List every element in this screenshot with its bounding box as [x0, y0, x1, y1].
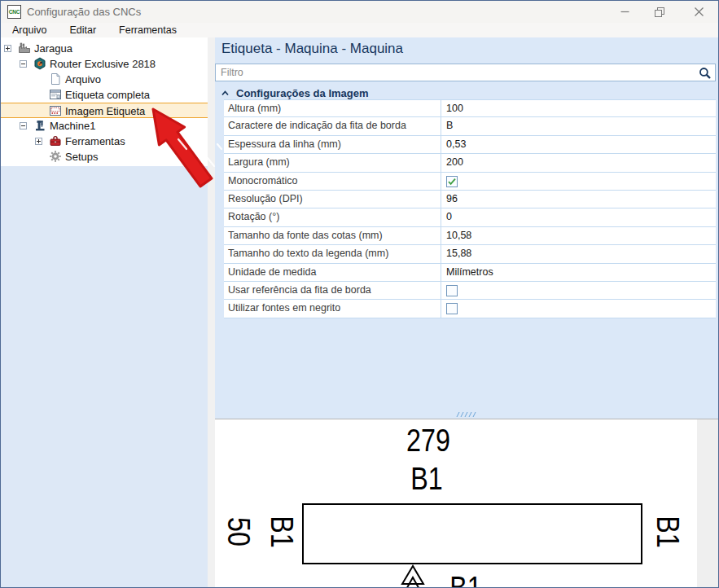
- property-label: Unidade de medida: [228, 266, 316, 278]
- property-value-cell[interactable]: [441, 173, 716, 190]
- preview-left-dimension: 50: [221, 517, 256, 546]
- expand-icon[interactable]: [4, 45, 11, 52]
- property-row-largura-mm: Largura (mm)200: [224, 154, 716, 172]
- preview-edge-band-marker-icon: [396, 564, 432, 587]
- tree-item-arquivo[interactable]: Arquivo: [1, 72, 208, 87]
- tree-item-etiqueta-completa[interactable]: Etiqueta completa: [1, 87, 208, 103]
- preview-panel-rectangle: [302, 503, 642, 564]
- property-value: 96: [446, 193, 458, 204]
- property-row-tamanho-da-fonte-das-cotas-mm: Tamanho da fonte das cotas (mm)10,58: [224, 227, 716, 245]
- property-value: 10,58: [446, 230, 471, 241]
- collapse-chevron-icon[interactable]: [221, 90, 230, 97]
- horizontal-splitter[interactable]: [215, 410, 716, 419]
- property-value-cell[interactable]: 0,53: [441, 136, 716, 153]
- collapse-icon[interactable]: [20, 122, 27, 129]
- preview-bottom-label: B1: [449, 571, 482, 587]
- property-value-cell[interactable]: 100: [441, 100, 716, 116]
- factory-icon: [18, 42, 31, 55]
- property-row-unidade-de-medida: Unidade de medidaMilímetros: [224, 264, 716, 282]
- property-value: 15,88: [446, 248, 471, 259]
- property-value-cell[interactable]: [441, 282, 716, 299]
- property-value: B: [446, 120, 453, 131]
- filter-box: [215, 64, 716, 81]
- property-value-cell[interactable]: Milímetros: [441, 264, 716, 281]
- property-label: Tamanho da fonte das cotas (mm): [228, 230, 383, 241]
- menu-item-ferramentas[interactable]: Ferramentas: [107, 23, 188, 37]
- tree-item-ferramentas[interactable]: Ferramentas: [1, 134, 208, 149]
- tree-item-jaragua[interactable]: Jaragua: [1, 41, 208, 56]
- machine-icon: [33, 119, 46, 132]
- preview-left-label: B1: [264, 516, 299, 548]
- preview-top-label: B1: [410, 462, 443, 497]
- property-label: Monocromático: [228, 175, 297, 186]
- tree-item-imagem-etiqueta[interactable]: Imagem Etiqueta: [1, 103, 208, 118]
- property-value-cell[interactable]: 96: [441, 191, 716, 208]
- group-header-label: Configurações da Imagem: [236, 87, 369, 99]
- property-row-resolu-o-dpi: Resolução (DPI)96: [224, 191, 716, 208]
- minimize-button[interactable]: [611, 1, 638, 23]
- property-row-espessura-da-linha-mm: Espessura da linha (mm)0,53: [224, 136, 716, 154]
- close-button[interactable]: [685, 1, 712, 23]
- tree-item-label: Jaragua: [34, 42, 72, 55]
- property-value-cell[interactable]: 200: [441, 154, 716, 171]
- minimize-icon: [620, 7, 629, 16]
- property-label: Altura (mm): [228, 103, 281, 114]
- expand-icon[interactable]: [35, 138, 42, 145]
- tree-panel: JaraguaRouter Exclusive 2818ArquivoEtiqu…: [1, 37, 208, 587]
- tree-item-router-exclusive-2818[interactable]: Router Exclusive 2818: [1, 56, 208, 72]
- splitter-grip-icon: [455, 411, 476, 418]
- filter-input[interactable]: [219, 65, 695, 80]
- restore-button[interactable]: [646, 1, 673, 23]
- property-label: Resolução (DPI): [228, 193, 303, 204]
- property-value: 200: [446, 156, 463, 168]
- label-preview: 279 B1 50 B1 B1 B1: [215, 419, 697, 587]
- tree-item-label: Machine1: [50, 120, 95, 132]
- property-label: Caractere de indicação da fita de borda: [228, 120, 406, 131]
- property-value-cell[interactable]: B: [441, 117, 716, 134]
- menu-item-arquivo[interactable]: Arquivo: [1, 23, 58, 37]
- menu-bar: ArquivoEditarFerramentas: [1, 23, 718, 37]
- tree-item-label: Ferramentas: [65, 135, 125, 147]
- property-row-usar-refer-ncia-da-fita-de-borda: Usar referência da fita de borda: [224, 282, 716, 300]
- close-icon: [695, 7, 704, 16]
- property-value: Milímetros: [446, 266, 493, 278]
- property-label: Largura (mm): [228, 156, 290, 168]
- tree-item-label: Etiqueta completa: [65, 89, 150, 101]
- property-row-tamanho-do-texto-da-legenda-mm: Tamanho do texto da legenda (mm)15,88: [224, 245, 716, 263]
- window-title: Configuração das CNCs: [27, 6, 141, 18]
- tree-item-label: Imagem Etiqueta: [65, 105, 145, 117]
- property-value-cell[interactable]: [441, 300, 716, 317]
- property-value: 100: [446, 103, 463, 114]
- property-value: 0,53: [446, 138, 466, 150]
- preview-right-label: B1: [650, 516, 685, 548]
- property-value-cell[interactable]: 15,88: [441, 245, 716, 262]
- preview-top-dimension: 279: [406, 423, 450, 459]
- property-label: Espessura da linha (mm): [228, 138, 341, 150]
- property-row-rota-o: Rotação (°)0: [224, 208, 716, 226]
- label-full-icon: [49, 88, 62, 101]
- toolbox-icon: [49, 134, 62, 147]
- app-icon: CNC: [7, 5, 21, 19]
- configuration-tree: JaraguaRouter Exclusive 2818ArquivoEtiqu…: [1, 37, 208, 200]
- collapse-icon[interactable]: [20, 60, 27, 68]
- property-row-monocrom-tico: Monocromático: [224, 173, 716, 191]
- vertical-splitter[interactable]: [208, 37, 215, 587]
- property-grid: Altura (mm)100Caractere de indicação da …: [224, 99, 716, 318]
- property-label: Tamanho do texto da legenda (mm): [228, 248, 388, 259]
- property-row-utilizar-fontes-em-negrito: Utilizar fontes em negrito: [224, 300, 716, 318]
- property-label: Utilizar fontes em negrito: [228, 302, 340, 314]
- tree-item-machine1[interactable]: Machine1: [1, 118, 208, 134]
- preview-margin: [697, 419, 718, 587]
- app-window: CNC Configuração das CNCs ArquivoEditarF…: [0, 0, 719, 588]
- tree-item-setups[interactable]: Setups: [1, 149, 208, 165]
- property-label: Rotação (°): [228, 211, 279, 222]
- restore-icon: [655, 7, 664, 17]
- search-icon[interactable]: [699, 67, 712, 80]
- title-bar[interactable]: CNC Configuração das CNCs: [1, 1, 718, 23]
- tree-item-label: Router Exclusive 2818: [50, 58, 156, 70]
- property-value-cell[interactable]: 10,58: [441, 227, 716, 244]
- menu-item-editar[interactable]: Editar: [58, 23, 107, 37]
- property-label: Usar referência da fita de borda: [228, 284, 371, 296]
- property-value-cell[interactable]: 0: [441, 208, 716, 226]
- tree-item-label: Arquivo: [65, 73, 101, 86]
